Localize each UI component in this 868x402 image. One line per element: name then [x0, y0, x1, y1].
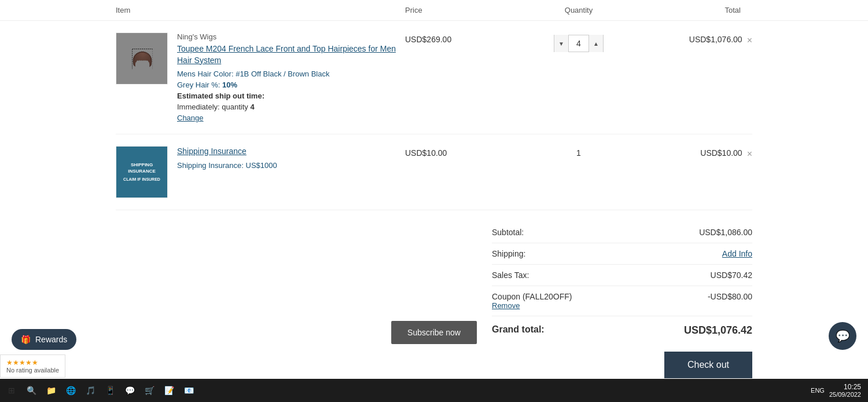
taskbar: ⊞ 🔍 📁 🌐 🎵 📱 💬 🛒 📝 📧 ENG 10:25 25/09/2022 — [0, 379, 868, 402]
product-title-link[interactable]: Toupee M204 French Lace Front and Top Ha… — [177, 43, 405, 66]
app-icon-3[interactable]: 🛒 — [140, 381, 159, 400]
subtotal-label: Subtotal: — [492, 228, 524, 237]
rewards-button[interactable]: 🎁 Rewards — [12, 329, 76, 350]
row2-total: USD$10.00 × — [637, 146, 752, 159]
change-link[interactable]: Change — [177, 114, 405, 122]
grand-total-row: Grand total: USD$1,076.42 — [492, 316, 752, 345]
table-row: SHIPPINGINSURANCECLAIM IF INSURED Shippi… — [116, 134, 752, 210]
sales-tax-row: Sales Tax: USD$70.42 — [492, 265, 752, 286]
sales-tax-label: Sales Tax: — [492, 271, 529, 280]
rating-badge: ★★★★★ No rating available — [0, 355, 65, 378]
hair-color-attr: Mens Hair Color: #1B Off Black / Brown B… — [177, 70, 405, 78]
cart-summary: Subtotal: USD$1,086.00 Shipping: Add Inf… — [0, 210, 868, 390]
subtotal-row: Subtotal: USD$1,086.00 — [492, 222, 752, 243]
ship-time-text: Immediately: quantity — [177, 103, 248, 111]
header-price-col: Price — [405, 6, 521, 14]
chat-icon: 💬 — [836, 329, 850, 343]
start-button[interactable]: ⊞ — [2, 381, 21, 400]
file-explorer-icon[interactable]: 📁 — [42, 381, 60, 400]
grand-total-value: USD$1,076.42 — [684, 324, 752, 337]
row1-price: USD$269.00 — [405, 32, 521, 44]
hair-color-label: Mens Hair Color: — [177, 70, 234, 78]
app-icon-2[interactable]: 💬 — [120, 381, 139, 400]
coupon-row: Coupon (FALL20OFF) Remove -USD$80.00 — [492, 286, 752, 316]
product-image: 🦱 — [116, 32, 168, 85]
subscribe-button[interactable]: Subscribe now — [391, 321, 477, 344]
row2-total-value: USD$10.00 — [700, 148, 742, 158]
app-icon-4[interactable]: 📝 — [160, 381, 178, 400]
qty-value: 4 — [568, 35, 589, 52]
shipping-image: SHIPPINGINSURANCECLAIM IF INSURED — [116, 146, 168, 198]
taskbar-right: ENG 10:25 25/09/2022 — [811, 383, 866, 398]
item-col: 🦱 Ning's Wigs Toupee M204 French Lace Fr… — [116, 32, 405, 122]
rating-text: No rating available — [6, 367, 59, 374]
row1-remove-button[interactable]: × — [747, 36, 752, 45]
summary-table: Subtotal: USD$1,086.00 Shipping: Add Inf… — [492, 222, 752, 345]
coupon-value: -USD$80.00 — [708, 292, 752, 310]
rating-stars: ★★★★★ — [6, 359, 59, 367]
app-icon-5[interactable]: 📧 — [179, 381, 198, 400]
grey-hair-label: Grey Hair %: — [177, 81, 220, 89]
spotify-icon[interactable]: 🎵 — [81, 381, 100, 400]
qty-increase-button[interactable]: ▲ — [589, 35, 603, 52]
taskbar-date: 25/09/2022 — [829, 391, 861, 398]
row1-total: USD$1,076.00 × — [637, 32, 752, 45]
grand-total-label: Grand total: — [492, 324, 545, 337]
shipping-title-link[interactable]: Shipping Insurance — [177, 146, 405, 158]
quantity-stepper[interactable]: ▼ 4 ▲ — [554, 35, 604, 52]
chat-button[interactable]: 💬 — [829, 322, 856, 350]
row2-price: USD$10.00 — [405, 146, 521, 158]
rewards-icon: 🎁 — [21, 335, 31, 344]
cart-header: Item Price Quantity Total — [0, 0, 868, 21]
product-info: Ning's Wigs Toupee M204 French Lace Fron… — [177, 32, 405, 122]
coupon-section: Coupon (FALL20OFF) Remove — [492, 292, 572, 310]
ship-time: Immediately: quantity 4 — [177, 103, 405, 111]
brand-name: Ning's Wigs — [177, 32, 405, 41]
coupon-label: Coupon (FALL20OFF) — [492, 292, 572, 301]
shipping-label: Shipping: — [492, 249, 525, 258]
cart-rows: 🦱 Ning's Wigs Toupee M204 French Lace Fr… — [0, 21, 868, 210]
taskbar-datetime: 10:25 25/09/2022 — [829, 383, 861, 398]
header-quantity-col: Quantity — [521, 6, 637, 14]
subtotal-value: USD$1,086.00 — [699, 228, 752, 237]
shipping-row: Shipping: Add Info — [492, 243, 752, 265]
row1-total-value: USD$1,076.00 — [689, 35, 742, 44]
search-taskbar-icon[interactable]: 🔍 — [22, 381, 41, 400]
header-item-col: Item — [116, 6, 405, 14]
qty-decrease-button[interactable]: ▼ — [554, 35, 568, 52]
add-info-link[interactable]: Add Info — [722, 249, 752, 258]
sales-tax-value: USD$70.42 — [711, 271, 752, 280]
row2-remove-button[interactable]: × — [747, 149, 752, 159]
checkout-button[interactable]: Check out — [664, 352, 752, 378]
remove-coupon-link[interactable]: Remove — [492, 301, 572, 310]
shipping-attr-value: US$1000 — [246, 161, 277, 170]
browser-icon[interactable]: 🌐 — [61, 381, 80, 400]
row2-quantity: 1 — [521, 146, 637, 158]
app-icon-1[interactable]: 📱 — [101, 381, 119, 400]
product-info: Shipping Insurance Shipping Insurance: U… — [177, 146, 405, 198]
ship-out-label: Estimated ship out time: — [177, 92, 405, 100]
table-row: 🦱 Ning's Wigs Toupee M204 French Lace Fr… — [116, 21, 752, 134]
taskbar-lang: ENG — [811, 387, 825, 394]
header-total-col: Total — [637, 6, 752, 14]
row1-quantity: ▼ 4 ▲ — [521, 32, 637, 52]
item-col: SHIPPINGINSURANCECLAIM IF INSURED Shippi… — [116, 146, 405, 198]
rewards-label: Rewards — [35, 335, 67, 344]
ship-qty: 4 — [250, 103, 254, 111]
grey-hair-attr: Grey Hair %: 10% — [177, 81, 405, 89]
grey-hair-value: 10% — [222, 81, 237, 89]
hair-color-value: #1B Off Black / Brown Black — [236, 70, 329, 78]
taskbar-time: 10:25 — [829, 383, 861, 391]
shipping-attr: Shipping Insurance: US$1000 — [177, 161, 405, 170]
shipping-attr-label: Shipping Insurance: — [177, 161, 244, 170]
